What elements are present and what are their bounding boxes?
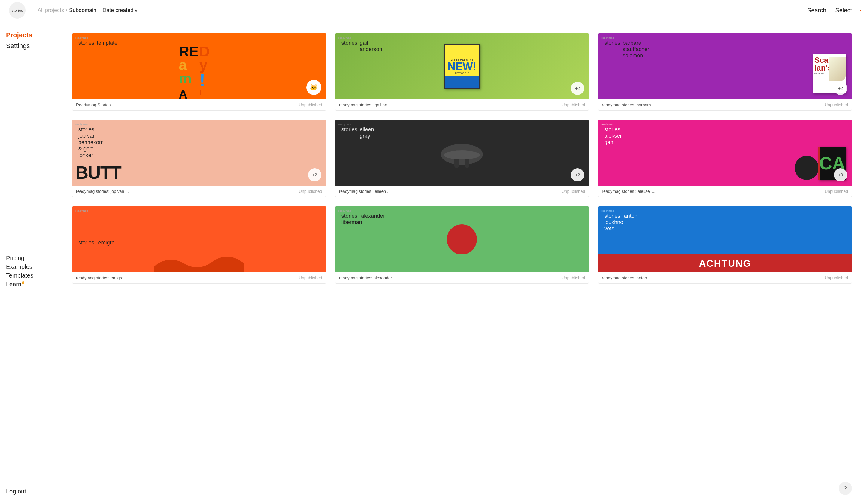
project-card-9[interactable]: readymao stories antonioukhnovets ACHTUN… bbox=[598, 206, 852, 284]
card-label-6: readymao bbox=[601, 123, 614, 126]
card-label-8: readymao bbox=[339, 209, 351, 212]
logo-plus-icon: + bbox=[860, 4, 861, 16]
extra-count-2: +2 bbox=[571, 82, 584, 95]
breadcrumb: All projects / Subdomain bbox=[38, 7, 96, 14]
card-name-2: readymag stories : gail an... bbox=[339, 103, 391, 107]
card-thumbnail-8: readymao stories alexanderliberman bbox=[336, 206, 589, 272]
magazine-cover: Globe Magazine NEW! BEST OF THE bbox=[444, 44, 480, 89]
sidebar-item-projects[interactable]: Projects bbox=[6, 30, 57, 40]
project-card-4[interactable]: readymao stories jop vanbennekom& gertjo… bbox=[72, 120, 326, 197]
achtung-block: ACHTUNG bbox=[598, 255, 852, 272]
project-card-3[interactable]: readymao stories barbarastauffachersolom… bbox=[598, 33, 852, 110]
breadcrumb-separator: / bbox=[66, 7, 67, 14]
sidebar-item-examples[interactable]: Examples bbox=[6, 263, 57, 271]
black-circle-gan bbox=[795, 156, 819, 180]
extra-count-6: +3 bbox=[834, 168, 847, 181]
card-label-2: readymao bbox=[339, 36, 351, 39]
project-card-1[interactable]: readymao stories template RE D a y m ! bbox=[72, 33, 326, 110]
project-card-5[interactable]: readymao stories eileengray + bbox=[335, 120, 589, 197]
card-thumbnail-1: readymao stories template RE D a y m ! bbox=[72, 33, 326, 99]
sidebar-item-templates[interactable]: Templates bbox=[6, 272, 57, 280]
card-name-5: readymag stories : eileen ... bbox=[339, 189, 391, 194]
card-label-4: readymao bbox=[76, 123, 88, 126]
card-status-2: Unpublished bbox=[562, 103, 585, 107]
card-name-9: readymag stories: anton... bbox=[602, 275, 651, 280]
card-label-9: readymao bbox=[601, 209, 614, 212]
help-button[interactable]: ? bbox=[839, 482, 852, 495]
achtung-text: ACHTUNG bbox=[699, 258, 751, 269]
sidebar-item-pricing[interactable]: Pricing bbox=[6, 254, 57, 262]
card-label-1: readymao bbox=[76, 36, 88, 39]
header-actions: Search Select bbox=[807, 7, 852, 14]
main-content: readymao stories template RE D a y m ! bbox=[63, 21, 861, 504]
card-footer-4: readymag stories: jop van ... Unpublishe… bbox=[72, 186, 326, 197]
select-button[interactable]: Select bbox=[835, 7, 852, 14]
card-label-5: readymao bbox=[339, 123, 351, 126]
card-footer-1: Readymag Stories Unpublished bbox=[72, 99, 326, 110]
card-thumbnail-5: readymao stories eileengray + bbox=[336, 120, 589, 186]
card-thumbnail-6: readymao stories alekseigan CA bbox=[598, 120, 852, 186]
breadcrumb-subdomain[interactable]: Subdomain bbox=[69, 7, 96, 14]
project-card-6[interactable]: readymao stories alekseigan CA bbox=[598, 120, 852, 197]
card-status-8: Unpublished bbox=[562, 275, 585, 280]
card-circle-cat: 🐱 bbox=[306, 80, 321, 95]
sidebar-nav-top: Projects Settings bbox=[6, 30, 57, 51]
card-name-1: Readymag Stories bbox=[76, 103, 110, 107]
card-footer-3: readymag stories: barbara... Unpublished bbox=[598, 99, 852, 110]
learn-dot-indicator bbox=[22, 282, 24, 284]
logo-text: stories bbox=[11, 8, 23, 13]
projects-grid: readymao stories template RE D a y m ! bbox=[72, 33, 852, 284]
project-card-7[interactable]: readymao stories emigre readymag stories… bbox=[72, 206, 326, 284]
card-name-8: readymag stories: alexander... bbox=[339, 275, 396, 280]
sidebar-item-settings[interactable]: Settings bbox=[6, 41, 57, 51]
sort-button[interactable]: Date created ∨ bbox=[102, 7, 138, 14]
card-thumbnail-4: readymao stories jop vanbennekom& gertjo… bbox=[72, 120, 326, 186]
sidebar-nav-bottom: Pricing Examples Templates Learn bbox=[6, 254, 57, 288]
logo-circle: stories bbox=[9, 2, 26, 18]
card-footer-7: readymag stories: emigre... Unpublished bbox=[72, 272, 326, 283]
card-status-9: Unpublished bbox=[825, 275, 848, 280]
card-status-1: Unpublished bbox=[299, 103, 322, 107]
sort-arrow-icon: ∨ bbox=[135, 8, 138, 13]
card-name-7: readymag stories: emigre... bbox=[76, 275, 127, 280]
card-name-3: readymag stories: barbara... bbox=[602, 103, 654, 107]
sort-label: Date created bbox=[102, 7, 133, 14]
chair-svg bbox=[438, 142, 486, 173]
search-button[interactable]: Search bbox=[807, 7, 826, 14]
svg-point-3 bbox=[444, 150, 480, 160]
breadcrumb-all-projects[interactable]: All projects bbox=[38, 7, 64, 14]
card-status-7: Unpublished bbox=[299, 275, 322, 280]
emigre-wave bbox=[72, 248, 326, 272]
card-label-7: readymao bbox=[76, 209, 88, 212]
extra-count-3: +2 bbox=[834, 82, 847, 95]
card-name-4: readymag stories: jop van ... bbox=[76, 189, 129, 194]
card-footer-9: readymag stories: anton... Unpublished bbox=[598, 272, 852, 283]
card-status-4: Unpublished bbox=[299, 189, 322, 194]
logo-area[interactable]: stories + bbox=[9, 2, 26, 18]
butt-text: BUTT bbox=[76, 162, 121, 183]
card-footer-6: readymag stories : aleksei ... Unpublish… bbox=[598, 186, 852, 197]
card-footer-5: readymag stories : eileen ... Unpublishe… bbox=[336, 186, 589, 197]
card-thumbnail-9: readymao stories antonioukhnovets ACHTUN… bbox=[598, 206, 852, 272]
card-footer-2: readymag stories : gail an... Unpublishe… bbox=[336, 99, 589, 110]
logout-button[interactable]: Log out bbox=[6, 482, 57, 495]
card-label-3: readymao bbox=[601, 36, 614, 39]
card-status-6: Unpublished bbox=[825, 189, 848, 194]
card-status-5: Unpublished bbox=[562, 189, 585, 194]
extra-count-4: +2 bbox=[308, 168, 321, 181]
card-name-6: readymag stories : aleksei ... bbox=[602, 189, 655, 194]
card-status-3: Unpublished bbox=[825, 103, 848, 107]
project-card-2[interactable]: readymao stories gailanderson Globe Maga… bbox=[335, 33, 589, 110]
header: stories + All projects / Subdomain Date … bbox=[0, 0, 861, 21]
sidebar-item-learn[interactable]: Learn bbox=[6, 280, 57, 288]
project-card-8[interactable]: readymao stories alexanderliberman ready… bbox=[335, 206, 589, 284]
card-thumbnail-7: readymao stories emigre bbox=[72, 206, 326, 272]
sidebar: Projects Settings Pricing Examples Templ… bbox=[0, 21, 63, 504]
card-footer-8: readymag stories: alexander... Unpublish… bbox=[336, 272, 589, 283]
red-stripe bbox=[818, 147, 820, 180]
extra-count-5: +2 bbox=[571, 168, 584, 181]
red-circle-liberman bbox=[447, 224, 477, 255]
card-thumbnail-2: readymao stories gailanderson Globe Maga… bbox=[336, 33, 589, 99]
card-thumbnail-3: readymao stories barbarastauffachersolom… bbox=[598, 33, 852, 99]
